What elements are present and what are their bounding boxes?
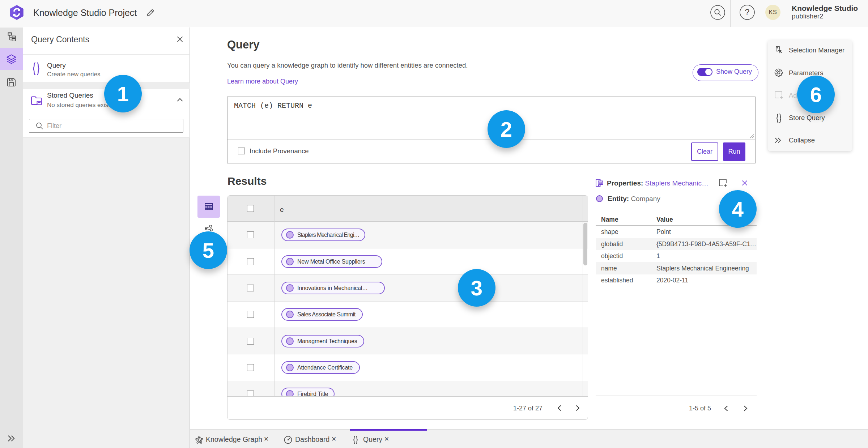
svg-text:?: ? (745, 8, 750, 17)
